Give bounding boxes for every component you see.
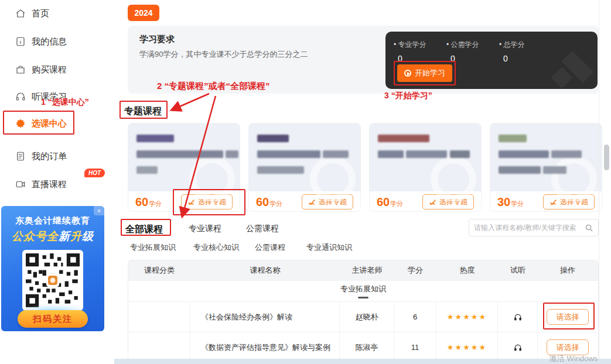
sidebar-item-course-center[interactable]: 选课中心 <box>15 116 67 131</box>
topic-courses-title: 专题课程 <box>124 105 162 118</box>
stat-professional-credits: 专业学分 0 <box>394 40 426 63</box>
censored-text <box>257 150 320 158</box>
vertical-scrollbar-thumb[interactable] <box>604 145 609 170</box>
sidebar-item-my-orders[interactable]: 我的订单 <box>15 149 67 164</box>
sidebar-item-home[interactable]: 首页 <box>15 6 49 21</box>
sidebar-item-label: 我的订单 <box>32 151 67 162</box>
censored-text <box>499 135 527 142</box>
subtab-professional-core[interactable]: 专业核心知识 <box>193 242 239 253</box>
search-icon[interactable] <box>585 224 593 232</box>
windows-activation-watermark: 激活 Windows <box>549 353 598 364</box>
info-document-icon <box>15 36 26 47</box>
censored-text <box>551 150 582 158</box>
credit-value: 6 <box>394 302 436 332</box>
sidebar-item-label: 直播课程 <box>32 179 67 190</box>
sidebar-item-label: 选课中心 <box>32 118 67 129</box>
table-row: 《社会保险经办条例》解读 赵晓朴 6 ★★★★★ 请选择 <box>128 301 598 332</box>
censored-text <box>226 150 238 158</box>
sidebar-item-buy-courses[interactable]: 购买课程 <box>15 62 67 77</box>
audition-headphone-icon[interactable] <box>513 313 523 322</box>
select-check-icon <box>187 198 195 206</box>
topic-card: 60学分 选择专题 <box>248 123 361 212</box>
year-2024-button[interactable]: 2024 <box>128 5 159 21</box>
start-study-button[interactable]: 开始学习 <box>397 64 452 82</box>
select-check-icon <box>549 198 557 206</box>
sidebar-item-label: 购买课程 <box>32 64 67 75</box>
stat-public-credits: 公需学分 0 <box>446 40 479 63</box>
censored-text <box>406 150 447 158</box>
cover-watermark <box>189 156 235 202</box>
audition-headphone-icon[interactable] <box>513 343 523 352</box>
table-row: 《数据资产评估指导意见》解读与案例 陈淑亭 11 ★★★★★ 请选择 <box>128 332 598 362</box>
tab-all-courses[interactable]: 全部课程 <box>125 224 163 236</box>
credit-stats-panel: 专业学分 0 公需学分 0 总学分 0 开始学习 <box>385 32 598 89</box>
col-header-popularity: 热度 <box>436 260 498 280</box>
col-header-course-name: 课程名称 <box>190 260 340 280</box>
col-header-action: 操作 <box>538 260 598 280</box>
topic-card: 60学分 选择专题 <box>369 123 482 212</box>
censored-text <box>257 166 304 174</box>
tab-professional-courses[interactable]: 专业课程 <box>189 224 221 234</box>
cover-watermark <box>431 156 476 202</box>
tab-public-courses[interactable]: 公需课程 <box>246 224 279 234</box>
gear-icon <box>15 118 26 129</box>
play-icon <box>404 70 411 77</box>
teacher-name: 陈淑亭 <box>340 332 394 362</box>
topic-card-cover <box>249 123 360 191</box>
cube-decoration <box>551 67 573 89</box>
shopping-bag-icon <box>15 64 26 75</box>
content-right-border <box>599 0 599 364</box>
subtab-public-courses[interactable]: 公需课程 <box>255 242 285 253</box>
card-credits: 60学分 <box>256 195 282 209</box>
study-requirements-card: 学习要求 学满90学分，其中专业课不少于总学分的三分之二 专业学分 0 公需学分… <box>128 26 599 94</box>
censored-text <box>378 150 404 158</box>
requirements-title: 学习要求 <box>139 34 175 45</box>
credit-value: 11 <box>394 332 436 362</box>
course-name: 《数据资产评估指导意见》解读与案例 <box>190 332 340 362</box>
select-check-icon <box>429 198 436 206</box>
col-header-audition: 试听 <box>498 260 538 280</box>
topic-card: 60学分 选择专题 <box>128 123 240 212</box>
censored-text <box>378 135 429 142</box>
course-selection-page: 首页 我的信息 购买课程 听课学习 选课中心 我的订单 直播课程 HOT <box>0 0 611 364</box>
censored-text <box>257 135 289 142</box>
hot-badge: HOT <box>84 169 105 177</box>
rating-stars: ★★★★★ <box>447 343 487 352</box>
censored-text <box>543 166 566 174</box>
sidebar-item-listen-study[interactable]: 听课学习 <box>15 89 67 104</box>
censored-text <box>136 150 223 158</box>
course-table: 课程分类 课程名称 主讲老师 学分 热度 试听 操作 专业拓展知识 《社会保险经… <box>128 260 599 363</box>
promo-title: 东奥会计继续教育 <box>1 215 104 226</box>
censored-text <box>136 135 174 142</box>
please-select-button[interactable]: 请选择 <box>547 339 589 355</box>
close-icon[interactable]: × <box>94 206 104 215</box>
card-credits: 30学分 <box>497 195 524 209</box>
order-list-icon <box>15 151 26 162</box>
censored-text <box>136 166 158 174</box>
bottom-scroll-track[interactable] <box>114 359 611 364</box>
col-header-category: 课程分类 <box>128 260 190 280</box>
search-input[interactable] <box>474 224 585 232</box>
please-select-button[interactable]: 请选择 <box>547 309 589 325</box>
wechat-promo-banner: × 东奥会计继续教育 公众号全新升级 <box>1 206 104 331</box>
home-icon <box>15 8 26 19</box>
topic-card: 30学分 选择专题 <box>490 123 602 212</box>
subtab-professional-general[interactable]: 专业通识知识 <box>306 242 352 253</box>
topic-card-cover <box>490 123 602 191</box>
course-name: 《社会保险经办条例》解读 <box>190 302 340 332</box>
sidebar-item-my-info[interactable]: 我的信息 <box>15 34 67 49</box>
topic-card-cover <box>128 123 240 191</box>
group-indicator-dash <box>358 297 368 298</box>
censored-text <box>450 150 470 158</box>
qr-code <box>22 250 83 311</box>
censored-text <box>499 150 549 158</box>
scan-follow-button[interactable]: 扫码关注 <box>18 310 88 328</box>
course-search-box <box>469 219 599 236</box>
sidebar-item-label: 听课学习 <box>32 91 67 102</box>
card-credits: 60学分 <box>377 195 403 209</box>
sidebar-item-live-courses[interactable]: 直播课程 HOT <box>15 177 67 192</box>
sidebar-item-label: 我的信息 <box>32 36 67 47</box>
table-header-row: 课程分类 课程名称 主讲老师 学分 热度 试听 操作 <box>128 260 598 280</box>
rating-stars: ★★★★★ <box>447 313 487 321</box>
subtab-professional-extension[interactable]: 专业拓展知识 <box>130 242 176 253</box>
